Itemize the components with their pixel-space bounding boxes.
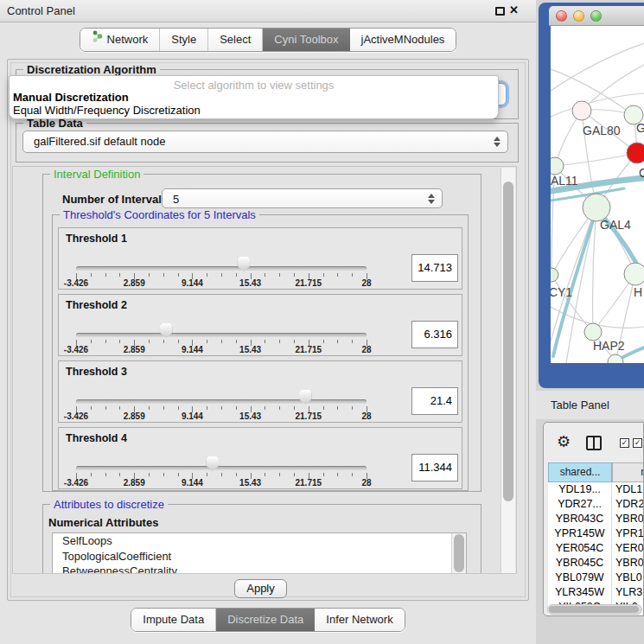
apply-button[interactable]: Apply bbox=[234, 579, 287, 598]
network-node-gcy1[interactable] bbox=[551, 268, 558, 282]
columns-icon[interactable] bbox=[586, 436, 602, 450]
slider-tick-label: 15.43 bbox=[239, 411, 261, 421]
dropdown-option-manual-discretization[interactable]: Manual Discretization bbox=[10, 91, 498, 104]
slider-tick-label: 15.43 bbox=[239, 478, 261, 488]
cell: YBR043C bbox=[548, 512, 612, 526]
tab-style[interactable]: Style bbox=[159, 29, 207, 51]
network-node-c[interactable] bbox=[627, 143, 644, 163]
slider-tick-label: 21.715 bbox=[296, 478, 322, 488]
close-icon[interactable]: ✕ bbox=[509, 3, 519, 16]
mac-zoom-icon[interactable] bbox=[590, 10, 602, 22]
threshold-value-field[interactable]: 11.344 bbox=[411, 454, 458, 481]
control-panel: Control Panel ✕ NetworkStyleSelectCyni T… bbox=[0, 0, 536, 644]
table-row[interactable]: YDL19...YDL1 bbox=[548, 482, 644, 497]
table-panel: ⚙ ✓ ✓ shared...na YDL19...YDL1YDR27...YD… bbox=[543, 422, 644, 616]
network-window[interactable]: GAL80GACGAL11GAL4GCY1HHAP2 bbox=[539, 3, 644, 388]
slider-tick bbox=[163, 340, 164, 343]
tab-jactivemnodules[interactable]: jActiveMNodules bbox=[350, 29, 456, 51]
network-node[interactable] bbox=[608, 354, 623, 363]
table-row[interactable]: YLR345WYLR3 bbox=[548, 585, 644, 600]
slider-tick bbox=[149, 340, 150, 343]
threshold-label: Threshold 2 bbox=[66, 299, 127, 311]
network-node-gal11[interactable] bbox=[551, 157, 564, 175]
mac-close-icon[interactable] bbox=[556, 10, 567, 22]
table-rows[interactable]: YDL19...YDL1YDR27...YDR2YBR043CYBR0YPR14… bbox=[548, 482, 644, 615]
slider-tick bbox=[221, 340, 222, 343]
network-edge[interactable] bbox=[551, 43, 644, 91]
slider-tick bbox=[352, 406, 353, 410]
float-window-icon[interactable] bbox=[495, 7, 505, 16]
list-item[interactable]: TopologicalCoefficient bbox=[53, 549, 466, 564]
top-tab-bar: NetworkStyleSelectCyni ToolboxjActiveMNo… bbox=[0, 28, 536, 52]
threshold-value-field[interactable]: 6.316 bbox=[411, 321, 458, 348]
slider-tick bbox=[178, 473, 179, 476]
slider-tick bbox=[149, 273, 150, 277]
cell: YPR1 bbox=[612, 526, 644, 541]
slider-tick bbox=[105, 473, 106, 476]
slider-tick bbox=[163, 273, 164, 277]
attributes-to-discretize-group: Attributes to discretize Numerical Attri… bbox=[42, 504, 481, 574]
slider-track[interactable] bbox=[76, 266, 367, 271]
tab-cyni-toolbox[interactable]: Cyni Toolbox bbox=[262, 29, 349, 51]
table-row[interactable]: YBR043CYBR0 bbox=[548, 512, 644, 526]
threshold-value-field[interactable]: 14.713 bbox=[411, 254, 458, 282]
group-title: Discretization Algorithm bbox=[23, 63, 160, 76]
slider-tick bbox=[149, 406, 150, 410]
network-node-hap2[interactable] bbox=[584, 323, 602, 341]
table-horizontal-scrollbar[interactable] bbox=[547, 604, 642, 615]
slider-tick bbox=[323, 473, 324, 476]
group-title: Attributes to discretize bbox=[50, 498, 168, 511]
table-data-combobox[interactable]: galFiltered.sif default node bbox=[22, 131, 508, 153]
slider-tick bbox=[178, 340, 179, 343]
slider-track[interactable] bbox=[76, 399, 367, 404]
slider-tick-label: 21.715 bbox=[296, 345, 322, 354]
network-canvas[interactable]: GAL80GACGAL11GAL4GCY1HHAP2 bbox=[551, 26, 644, 363]
tab-infer-network[interactable]: Infer Network bbox=[315, 609, 404, 631]
checkbox-icon[interactable]: ✓ bbox=[620, 438, 629, 448]
table-row[interactable]: YDR27...YDR2 bbox=[548, 497, 644, 512]
slider-tick-label: 9.144 bbox=[182, 278, 203, 288]
table-row[interactable]: YBL079WYBL0 bbox=[548, 571, 644, 585]
slider-track[interactable] bbox=[76, 466, 367, 470]
slider-tick bbox=[337, 273, 338, 277]
slider-tick bbox=[352, 473, 353, 476]
network-icon bbox=[92, 29, 103, 51]
tab-discretize-data[interactable]: Discretize Data bbox=[215, 609, 315, 631]
slider-track[interactable] bbox=[76, 333, 367, 337]
list-item[interactable]: BetweennessCentrality bbox=[53, 564, 466, 574]
number-of-intervals-combobox[interactable]: 5 bbox=[162, 188, 443, 208]
network-edge[interactable] bbox=[555, 153, 637, 166]
mac-minimize-icon[interactable] bbox=[573, 10, 584, 22]
slider-tick bbox=[236, 273, 237, 277]
network-node-h[interactable] bbox=[624, 263, 644, 285]
tab-select[interactable]: Select bbox=[207, 29, 262, 51]
table-row[interactable]: YER054CYER0 bbox=[548, 541, 644, 556]
tab-label: Impute Data bbox=[143, 609, 204, 631]
cell: YLR3 bbox=[612, 585, 644, 600]
table-header[interactable]: shared...na bbox=[548, 462, 644, 482]
network-edge[interactable] bbox=[551, 69, 634, 115]
right-column: GAL80GACGAL11GAL4GCY1HHAP2 Table Panel ⚙… bbox=[536, 0, 644, 644]
table-row[interactable]: YPR145WYPR1 bbox=[548, 526, 644, 541]
threshold-value-field[interactable]: 21.4 bbox=[411, 387, 458, 415]
settings-scrollbar[interactable] bbox=[501, 168, 515, 574]
numerical-attributes-list[interactable]: SelfLoopsTopologicalCoefficientBetweenne… bbox=[52, 532, 467, 574]
interval-definition-group: Interval Definition Number of Intervals … bbox=[42, 174, 481, 492]
slider-tick-label: -3.426 bbox=[64, 278, 88, 288]
tab-impute-data[interactable]: Impute Data bbox=[131, 609, 215, 631]
gear-icon[interactable]: ⚙ bbox=[557, 433, 571, 450]
column-header-na[interactable]: na bbox=[612, 462, 644, 482]
threshold-coordinates-group: Threshold's Coordinates for 5 Intervals … bbox=[52, 214, 469, 491]
slider-tick-label: 9.144 bbox=[182, 345, 203, 354]
tab-network[interactable]: Network bbox=[80, 29, 160, 51]
network-edge[interactable] bbox=[593, 207, 597, 332]
slider-tick-label: 21.715 bbox=[296, 411, 322, 421]
network-node-gal80[interactable] bbox=[572, 101, 591, 120]
list-scrollbar[interactable] bbox=[451, 533, 466, 574]
slider-tick bbox=[207, 273, 207, 277]
column-header-shared-[interactable]: shared... bbox=[548, 462, 612, 482]
dropdown-option-equal-width-frequency-discretization[interactable]: Equal Width/Frequency Discretization bbox=[10, 104, 498, 117]
table-row[interactable]: YBR045CYBR0 bbox=[548, 556, 644, 571]
checkbox-icon[interactable]: ✓ bbox=[633, 438, 642, 448]
list-item[interactable]: SelfLoops bbox=[53, 533, 466, 549]
